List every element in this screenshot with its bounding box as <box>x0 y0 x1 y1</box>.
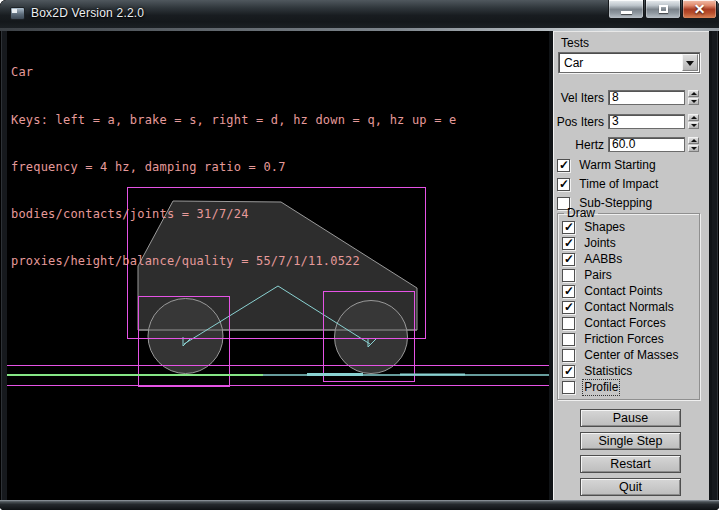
checkbox[interactable] <box>562 237 575 250</box>
checkbox-label: Joints <box>584 237 615 250</box>
checkbox[interactable] <box>557 178 570 191</box>
checkbox[interactable] <box>562 333 575 346</box>
control-panel: Tests Car Vel Iters 8 <box>553 31 709 500</box>
window-title: Box2D Version 2.2.0 <box>31 6 144 20</box>
checkbox-label: Profile <box>584 381 618 394</box>
checkbox-row[interactable]: Contact Normals <box>562 301 699 314</box>
spinner-down-button[interactable] <box>688 98 699 105</box>
caption-buttons: ✕ <box>607 0 717 19</box>
spinner-down-button[interactable] <box>688 122 699 129</box>
spinner-row: Hertz 60.0 <box>554 137 710 152</box>
spinner-stepper <box>688 90 699 105</box>
spinner-input[interactable]: 8 <box>608 90 685 105</box>
checkbox-row[interactable]: Contact Forces <box>562 317 699 330</box>
checkbox[interactable] <box>562 349 575 362</box>
spinner-row: Pos Iters 3 <box>554 114 710 129</box>
checkbox-label: Pairs <box>584 269 611 282</box>
spinner-up-button[interactable] <box>688 114 699 121</box>
draw-group-title: Draw <box>564 206 598 220</box>
checkbox[interactable] <box>562 253 575 266</box>
debug-stats: Car Keys: left = a, brake = s, right = d… <box>11 34 456 301</box>
spinner-up-button[interactable] <box>688 137 699 144</box>
rear-wheel-shape <box>148 299 223 374</box>
minimize-icon <box>621 11 632 14</box>
spinner-label: Pos Iters <box>554 115 604 129</box>
checkbox[interactable] <box>562 317 575 330</box>
checkbox-row[interactable]: Joints <box>562 237 699 250</box>
titlebar[interactable]: Box2D Version 2.2.0 ✕ <box>0 0 719 28</box>
spinner-up-button[interactable] <box>688 90 699 97</box>
checkbox-row[interactable]: Center of Masses <box>562 349 699 362</box>
action-button[interactable]: Quit <box>580 478 681 496</box>
draw-group: Draw Shapes Joints <box>557 206 700 400</box>
app-window: Box2D Version 2.2.0 ✕ <box>0 0 719 510</box>
close-button[interactable]: ✕ <box>682 0 717 19</box>
stats-line: frequency = 4 hz, damping ratio = 0.7 <box>11 160 456 176</box>
spinner-input[interactable]: 60.0 <box>608 137 685 152</box>
checkbox[interactable] <box>557 159 570 172</box>
stats-line: Keys: left = a, brake = s, right = d, hz… <box>11 113 456 129</box>
stats-line: proxies/height/balance/quality = 55/7/1/… <box>11 254 456 270</box>
app-icon <box>10 7 25 20</box>
spinner-row: Vel Iters 8 <box>554 90 710 105</box>
checkbox-label: Friction Forces <box>584 333 663 346</box>
checkbox-row[interactable]: Warm Starting <box>557 159 658 172</box>
checkbox[interactable] <box>562 365 575 378</box>
spinner-label: Vel Iters <box>554 91 604 105</box>
chevron-down-icon <box>686 61 694 66</box>
stats-line: bodies/contacts/joints = 31/7/24 <box>11 207 456 223</box>
spinner-input[interactable]: 3 <box>608 114 685 129</box>
window-bottom-border <box>0 500 719 510</box>
maximize-button[interactable] <box>645 0 681 19</box>
checkbox-row[interactable]: Friction Forces <box>562 333 699 346</box>
checkbox[interactable] <box>562 301 575 314</box>
checkbox-row[interactable]: Shapes <box>562 221 699 234</box>
content-area: Car Keys: left = a, brake = s, right = d… <box>7 31 712 500</box>
spinner-stepper <box>688 114 699 129</box>
checkbox-row[interactable]: AABBs <box>562 253 699 266</box>
spinner-stepper <box>688 137 699 152</box>
tests-dropdown[interactable]: Car <box>558 52 700 73</box>
checkbox-row[interactable]: Statistics <box>562 365 699 378</box>
spinner-label: Hertz <box>554 138 604 152</box>
checkbox-label: Contact Forces <box>584 317 665 330</box>
minimize-button[interactable] <box>608 0 644 19</box>
checkbox[interactable] <box>562 221 575 234</box>
checkbox[interactable] <box>562 285 575 298</box>
checkbox-label: Center of Masses <box>584 349 678 362</box>
tests-dropdown-value: Car <box>564 56 583 70</box>
maximize-icon <box>659 5 668 13</box>
stats-line: Car <box>11 65 456 81</box>
checkbox-label: Statistics <box>584 365 632 378</box>
spinner-down-button[interactable] <box>688 145 699 152</box>
checkbox-label: Contact Normals <box>584 301 673 314</box>
simulation-canvas[interactable]: Car Keys: left = a, brake = s, right = d… <box>7 31 549 500</box>
checkbox[interactable] <box>562 381 575 394</box>
close-icon: ✕ <box>683 0 716 18</box>
checkbox-label: Warm Starting <box>579 159 655 172</box>
checkbox[interactable] <box>562 269 575 282</box>
checkbox-row[interactable]: Pairs <box>562 269 699 282</box>
checkbox-label: Contact Points <box>584 285 662 298</box>
action-button-list: Pause Single Step Restart Quit <box>580 409 681 501</box>
checkbox-row[interactable]: Contact Points <box>562 285 699 298</box>
checkbox-row[interactable]: Profile <box>562 381 699 394</box>
checkbox-label: Shapes <box>584 221 625 234</box>
action-button[interactable]: Pause <box>580 409 681 427</box>
spinner-list: Vel Iters 8 Pos Iters 3 <box>554 90 710 161</box>
tests-label: Tests <box>561 36 589 50</box>
draw-checkbox-list: Shapes Joints AABBs <box>562 221 699 394</box>
action-button[interactable]: Single Step <box>580 432 681 450</box>
action-button[interactable]: Restart <box>580 455 681 473</box>
checkbox-row[interactable]: Time of Impact <box>557 178 658 191</box>
checkbox-label: Time of Impact <box>579 178 658 191</box>
dropdown-arrow-button[interactable] <box>682 54 698 71</box>
front-wheel-shape <box>335 301 408 374</box>
checkbox-label: AABBs <box>584 253 622 266</box>
